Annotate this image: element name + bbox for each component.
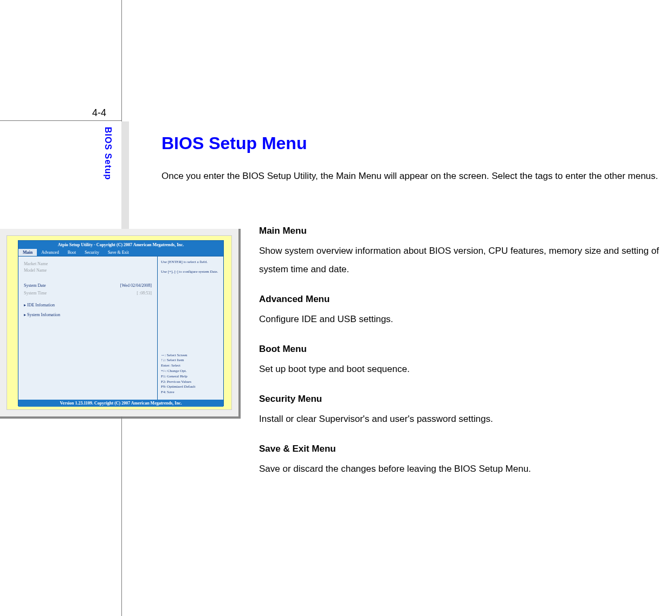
menu-heading: Main Menu (259, 226, 671, 236)
menu-description-item: Advanced Menu Configure IDE and USB sett… (259, 294, 671, 329)
menu-text: Configure IDE and USB settings. (259, 310, 671, 329)
menu-description-item: Security Menu Install or clear Superviso… (259, 394, 671, 428)
bios-hint: ↔: Select Screen (161, 353, 220, 358)
bios-hint: Enter: Select (161, 363, 220, 369)
bios-footer: Version 1.23.1109. Copyright (C) 2007 Am… (18, 400, 223, 407)
bios-system-info[interactable]: System Infomation (24, 312, 152, 318)
page-title: BIOS Setup Menu (161, 133, 671, 153)
bios-date-value: [Wed 02/04/2008] (120, 283, 152, 289)
bios-hint: ↑↓: Select Item (161, 358, 220, 363)
bios-tab-advanced[interactable]: Advanced (37, 249, 63, 256)
menu-heading: Security Menu (259, 394, 671, 405)
bios-tip: Use [+], [-] to configure system Date. (161, 270, 220, 275)
bios-screenshot: Atpio Setup Utility - Copyright (C) 2007… (0, 229, 238, 416)
menu-descriptions: Main Menu Show system overview informati… (259, 226, 671, 493)
bios-market-name: Market Name (24, 261, 152, 267)
bios-tabs: Main Advanced Boot Security Save & Exit (18, 249, 223, 256)
bios-body: Market Name Model Name System Date [Wed … (18, 256, 223, 400)
bios-tab-security[interactable]: Security (80, 249, 104, 256)
menu-text: Show system overview information about B… (259, 242, 671, 279)
bios-time-value: [ :08:53] (137, 290, 152, 297)
menu-heading: Boot Menu (259, 344, 671, 355)
bios-tab-main[interactable]: Main (18, 249, 37, 256)
bios-ide-info[interactable]: IDE Infomation (24, 302, 152, 309)
menu-heading: Advanced Menu (259, 294, 671, 305)
bios-hint: F4: Save (161, 390, 220, 395)
menu-text: Set up boot type and boot sequence. (259, 360, 671, 378)
menu-heading: Save & Exit Menu (259, 444, 671, 454)
bios-hint: F9: Optimized Default (161, 384, 220, 390)
bios-system-time-row[interactable]: System Time [ :08:53] (24, 290, 152, 297)
bios-left-pane: Market Name Model Name System Date [Wed … (18, 256, 158, 400)
bios-system-date-row[interactable]: System Date [Wed 02/04/2008] (24, 283, 152, 289)
menu-description-item: Save & Exit Menu Save or discard the cha… (259, 444, 671, 478)
page-number-rule (0, 120, 121, 121)
menu-text: Install or clear Supervisor's and user's… (259, 410, 671, 428)
bios-panel: Atpio Setup Utility - Copyright (C) 2007… (18, 240, 224, 406)
bios-hint: F1: General Help (161, 374, 220, 380)
menu-description-item: Main Menu Show system overview informati… (259, 226, 671, 279)
content-area: BIOS Setup Menu Once you enter the BIOS … (161, 133, 671, 186)
bios-hint: +/-: Change Opt. (161, 369, 220, 374)
page-number: 4-4 (92, 107, 106, 119)
bios-date-label: System Date (24, 283, 46, 289)
menu-text: Save or discard the changes before leavi… (259, 460, 671, 478)
intro-paragraph: Once you enter the BIOS Setup Utility, t… (161, 166, 671, 186)
bios-model-name: Model Name (24, 267, 152, 274)
bios-time-label: System Time (24, 290, 47, 297)
bios-title-bar: Atpio Setup Utility - Copyright (C) 2007… (18, 241, 223, 249)
bios-right-pane: Use [ENTER] to select a field. Use [+], … (158, 256, 223, 400)
menu-description-item: Boot Menu Set up boot type and boot sequ… (259, 344, 671, 378)
bios-tab-boot[interactable]: Boot (63, 249, 81, 256)
bios-yellow-frame: Atpio Setup Utility - Copyright (C) 2007… (7, 235, 232, 410)
side-section-label: BIOS Setup (103, 127, 113, 180)
bios-key-hints: ↔: Select Screen ↑↓: Select Item Enter: … (161, 353, 220, 395)
bios-tab-saveexit[interactable]: Save & Exit (104, 249, 133, 256)
bios-hint: F2: Previous Values (161, 380, 220, 385)
bios-tip: Use [ENTER] to select a field. (161, 260, 220, 265)
